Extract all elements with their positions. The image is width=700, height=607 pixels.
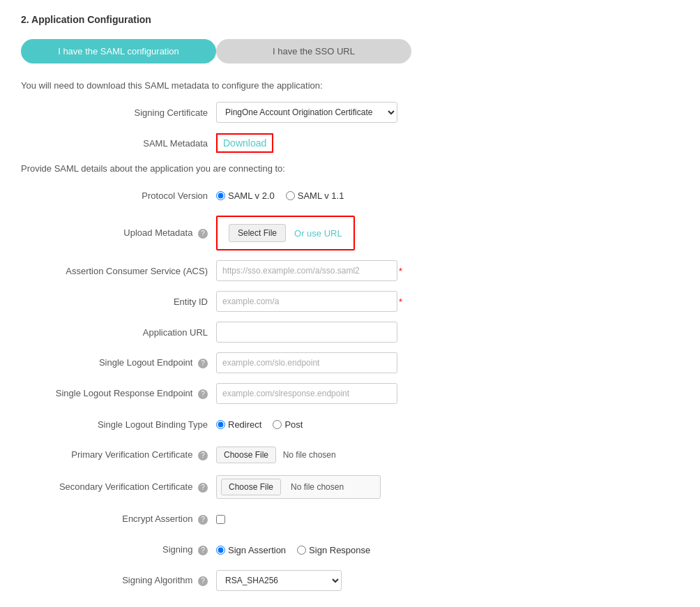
acs-input[interactable] (216, 260, 397, 281)
primary-cert-choose-file-button[interactable]: Choose File (216, 447, 276, 463)
signing-certificate-row: Signing Certificate PingOne Account Orig… (21, 102, 679, 123)
secondary-cert-no-file: No file chosen (285, 481, 376, 493)
signing-help-icon[interactable]: ? (198, 546, 208, 555)
protocol-saml2-text: SAML v 2.0 (228, 190, 275, 201)
signing-algorithm-select[interactable]: RSA_SHA256 RSA_SHA1 RSA_SHA512 (216, 570, 342, 591)
primary-cert-help-icon[interactable]: ? (198, 451, 208, 460)
section-title: 2. Application Configuration (21, 14, 679, 25)
protocol-version-group: SAML v 2.0 SAML v 1.1 (216, 190, 344, 201)
slo-post-text: Post (284, 419, 303, 430)
primary-cert-label: Primary Verification Certificate ? (21, 449, 216, 460)
tab-saml-config[interactable]: I have the SAML configuration (21, 39, 216, 63)
tab-sso-url[interactable]: I have the SSO URL (216, 39, 411, 63)
tab-row: I have the SAML configuration I have the… (21, 39, 411, 63)
slo-endpoint-row: Single Logout Endpoint ? (21, 352, 679, 373)
protocol-version-label: Protocol Version (21, 190, 216, 201)
protocol-saml11-text: SAML v 1.1 (298, 190, 344, 201)
primary-cert-no-file: No file chosen (283, 450, 336, 460)
slo-post-label[interactable]: Post (273, 419, 303, 430)
select-file-button[interactable]: Select File (229, 224, 286, 242)
slo-redirect-text: Redirect (228, 419, 261, 430)
upload-metadata-help-icon[interactable]: ? (198, 229, 208, 239)
secondary-cert-choose-file-button[interactable]: Choose File (221, 479, 281, 495)
entity-id-input[interactable] (216, 291, 397, 312)
saml-metadata-row: SAML Metadata Download (21, 133, 679, 153)
slo-binding-type-label: Single Logout Binding Type (21, 419, 216, 430)
entity-id-required: * (399, 297, 402, 307)
slo-response-endpoint-row: Single Logout Response Endpoint ? (21, 383, 679, 404)
primary-cert-input-group: Choose File No file chosen (216, 447, 336, 463)
secondary-cert-input-group: Choose File No file chosen (216, 475, 381, 499)
signing-label: Signing ? (21, 544, 216, 555)
saml-metadata-label: SAML Metadata (21, 138, 216, 149)
secondary-cert-label: Secondary Verification Certificate ? (21, 481, 216, 493)
sign-assertion-text: Sign Assertion (228, 545, 286, 555)
signing-algorithm-help-icon[interactable]: ? (198, 576, 208, 586)
sign-response-text: Sign Response (309, 545, 370, 555)
signing-certificate-label: Signing Certificate (21, 107, 216, 118)
acs-required: * (399, 266, 402, 276)
slo-endpoint-help-icon[interactable]: ? (198, 359, 208, 368)
encrypt-assertion-help-icon[interactable]: ? (198, 515, 208, 525)
download-description: You will need to download this SAML meta… (21, 80, 679, 91)
slo-post-radio[interactable] (273, 420, 282, 429)
protocol-saml2-label[interactable]: SAML v 2.0 (216, 190, 275, 201)
slo-redirect-radio[interactable] (216, 420, 225, 429)
signing-algorithm-row: Signing Algorithm ? RSA_SHA256 RSA_SHA1 … (21, 570, 679, 591)
application-url-input[interactable] (216, 322, 397, 343)
or-use-url-link[interactable]: Or use URL (294, 228, 342, 239)
slo-redirect-label[interactable]: Redirect (216, 419, 261, 430)
slo-response-help-icon[interactable]: ? (198, 389, 208, 399)
application-url-row: Application URL (21, 322, 679, 343)
sign-assertion-radio[interactable] (216, 546, 225, 555)
encrypt-assertion-row: Encrypt Assertion ? (21, 509, 679, 530)
protocol-version-row: Protocol Version SAML v 2.0 SAML v 1.1 (21, 185, 679, 206)
encrypt-assertion-label: Encrypt Assertion ? (21, 514, 216, 525)
protocol-saml11-label[interactable]: SAML v 1.1 (286, 190, 344, 201)
entity-id-row: Entity ID * (21, 291, 679, 312)
provide-description: Provide SAML details about the applicati… (21, 163, 679, 174)
sign-assertion-label[interactable]: Sign Assertion (216, 545, 286, 555)
primary-cert-row: Primary Verification Certificate ? Choos… (21, 444, 679, 465)
slo-response-endpoint-input[interactable] (216, 383, 397, 404)
signing-algorithm-label: Signing Algorithm ? (21, 575, 216, 586)
slo-endpoint-input[interactable] (216, 352, 397, 373)
secondary-cert-row: Secondary Verification Certificate ? Cho… (21, 475, 679, 499)
protocol-saml11-radio[interactable] (286, 191, 295, 200)
sign-response-radio[interactable] (297, 546, 306, 555)
protocol-saml2-radio[interactable] (216, 191, 225, 200)
signing-group: Sign Assertion Sign Response (216, 545, 370, 555)
application-url-label: Application URL (21, 327, 216, 338)
signing-certificate-select[interactable]: PingOne Account Origination Certificate (216, 102, 397, 123)
acs-row: Assertion Consumer Service (ACS) * (21, 260, 679, 281)
entity-id-label: Entity ID (21, 297, 216, 307)
upload-metadata-row: Upload Metadata ? Select File Or use URL (21, 216, 679, 250)
secondary-cert-help-icon[interactable]: ? (198, 483, 208, 493)
signing-row: Signing ? Sign Assertion Sign Response (21, 539, 679, 560)
encrypt-assertion-checkbox[interactable] (216, 515, 225, 524)
upload-metadata-label: Upload Metadata ? (21, 227, 216, 239)
acs-label: Assertion Consumer Service (ACS) (21, 266, 216, 276)
slo-binding-type-group: Redirect Post (216, 419, 303, 430)
download-link[interactable]: Download (216, 133, 273, 153)
slo-binding-type-row: Single Logout Binding Type Redirect Post (21, 414, 679, 435)
slo-response-endpoint-label: Single Logout Response Endpoint ? (21, 388, 216, 399)
upload-metadata-box: Select File Or use URL (216, 216, 355, 250)
slo-endpoint-label: Single Logout Endpoint ? (21, 357, 216, 368)
sign-response-label[interactable]: Sign Response (297, 545, 370, 555)
